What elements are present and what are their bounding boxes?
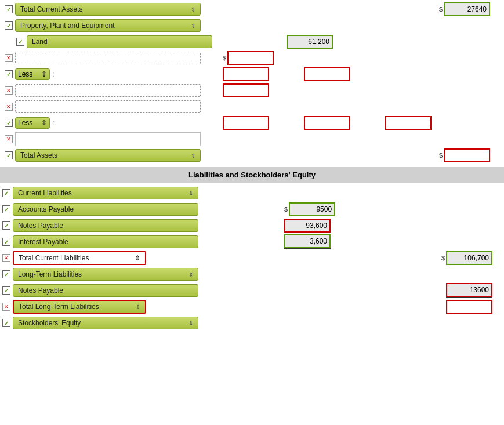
asset-entry-field-3[interactable] bbox=[15, 100, 201, 113]
long-term-liabilities-checkbox[interactable] bbox=[2, 270, 10, 278]
notes-payable-lt-value[interactable]: 13600 bbox=[446, 283, 492, 297]
less-input-1a[interactable] bbox=[223, 67, 269, 81]
less-input-1b[interactable] bbox=[304, 67, 350, 81]
asset-entry-field-1[interactable] bbox=[15, 52, 201, 64]
notes-payable-current-value[interactable]: 93,600 bbox=[284, 219, 331, 233]
total-long-term-checkbox[interactable] bbox=[2, 303, 10, 311]
less-select-1[interactable]: Less ⇕ bbox=[15, 68, 50, 80]
less-checkbox-1[interactable] bbox=[5, 70, 13, 78]
asset-entry-row-1: $ bbox=[2, 50, 502, 66]
less-row-2: Less ⇕ : bbox=[2, 115, 502, 131]
current-liabilities-checkbox[interactable] bbox=[2, 189, 10, 197]
notes-payable-lt-row: Notes Payable 13600 bbox=[0, 282, 504, 299]
interest-payable-label[interactable]: Interest Payable bbox=[13, 235, 198, 248]
dollar-sign: $ bbox=[439, 6, 443, 13]
less-checkbox-2[interactable] bbox=[5, 119, 13, 127]
total-current-liabilities-value: 106,700 bbox=[446, 251, 492, 265]
asset-input-2[interactable] bbox=[223, 83, 269, 97]
total-current-liabilities-checkbox[interactable] bbox=[2, 254, 10, 262]
total-current-assets-value: 27640 bbox=[444, 2, 490, 16]
total-assets-label[interactable]: Total Assets ⇕ bbox=[15, 149, 201, 162]
asset-entry-checkbox-3[interactable] bbox=[5, 103, 13, 111]
stockholders-equity-label[interactable]: Stockholders' Equity ⇕ bbox=[13, 317, 198, 329]
interest-payable-value: 3,600 bbox=[284, 234, 331, 248]
notes-payable-lt-label[interactable]: Notes Payable bbox=[13, 284, 198, 297]
total-current-assets-label[interactable]: Total Current Assets ⇕ bbox=[15, 3, 201, 16]
total-current-assets-checkbox[interactable] bbox=[5, 5, 13, 13]
notes-payable-current-checkbox[interactable] bbox=[2, 221, 10, 230]
asset-entry-field-2[interactable] bbox=[15, 84, 201, 97]
total-current-assets-row: Total Current Assets ⇕ $ 27640 bbox=[2, 1, 502, 17]
stockholders-equity-checkbox[interactable] bbox=[2, 319, 10, 327]
asset-entry-row-4 bbox=[2, 131, 502, 147]
accounts-payable-row: Accounts Payable $ 9500 bbox=[0, 201, 504, 217]
interest-payable-checkbox[interactable] bbox=[2, 238, 10, 246]
accounts-payable-value: 9500 bbox=[289, 202, 335, 216]
less-row-1: Less ⇕ : bbox=[2, 66, 502, 82]
liabilities-header: Liabilities and Stockholders' Equity bbox=[0, 167, 504, 183]
balance-sheet-page: Total Current Assets ⇕ $ 27640 Property,… bbox=[0, 0, 504, 425]
current-liabilities-label[interactable]: Current Liabilities ⇕ bbox=[13, 187, 198, 199]
total-assets-dollar: $ bbox=[439, 152, 443, 159]
total-assets-checkbox[interactable] bbox=[5, 151, 13, 159]
asset-entry-row-2 bbox=[2, 82, 502, 99]
interest-payable-row: Interest Payable 3,600 bbox=[0, 234, 504, 250]
land-row: Land 61,200 bbox=[2, 34, 502, 50]
land-label[interactable]: Land bbox=[27, 35, 212, 48]
stockholders-equity-row: Stockholders' Equity ⇕ bbox=[0, 315, 504, 331]
asset-entry-checkbox-4[interactable] bbox=[5, 135, 13, 143]
total-long-term-liabilities-row: Total Long-Term Liabilities ⇕ bbox=[0, 299, 504, 315]
total-current-liabilities-row: Total Current Liabilities ⇕ $ 106,700 bbox=[0, 250, 504, 266]
long-term-liabilities-row: Long-Term Liabilities ⇕ bbox=[0, 266, 504, 282]
long-term-liabilities-label[interactable]: Long-Term Liabilities ⇕ bbox=[13, 268, 198, 281]
total-assets-value[interactable] bbox=[444, 148, 490, 162]
asset-big-field[interactable] bbox=[15, 132, 201, 146]
asset-entry-checkbox-2[interactable] bbox=[5, 86, 13, 95]
notes-payable-lt-checkbox[interactable] bbox=[2, 286, 10, 295]
land-checkbox[interactable] bbox=[16, 38, 24, 46]
total-long-term-value[interactable] bbox=[446, 300, 492, 314]
less-select-2[interactable]: Less ⇕ bbox=[15, 117, 50, 129]
current-liabilities-row: Current Liabilities ⇕ bbox=[0, 185, 504, 201]
asset-entry-checkbox-1[interactable] bbox=[5, 54, 13, 62]
land-value: 61,200 bbox=[287, 35, 333, 49]
notes-payable-current-label[interactable]: Notes Payable bbox=[13, 219, 198, 232]
less-input-2b[interactable] bbox=[304, 116, 350, 130]
total-assets-row: Total Assets ⇕ $ bbox=[2, 147, 502, 164]
property-plant-checkbox[interactable] bbox=[5, 21, 13, 30]
total-current-liabilities-label[interactable]: Total Current Liabilities ⇕ bbox=[13, 251, 146, 265]
total-long-term-label[interactable]: Total Long-Term Liabilities ⇕ bbox=[13, 300, 146, 314]
asset-input-1[interactable] bbox=[227, 51, 274, 65]
accounts-payable-label[interactable]: Accounts Payable bbox=[13, 203, 198, 216]
asset-entry-row-3 bbox=[2, 99, 502, 115]
less-input-2c[interactable] bbox=[385, 116, 432, 130]
property-plant-label[interactable]: Property, Plant and Equipment ⇕ bbox=[15, 19, 201, 32]
accounts-payable-checkbox[interactable] bbox=[2, 205, 10, 213]
less-input-2a[interactable] bbox=[223, 116, 269, 130]
notes-payable-current-row: Notes Payable 93,600 bbox=[0, 217, 504, 234]
property-plant-row: Property, Plant and Equipment ⇕ bbox=[2, 17, 502, 34]
